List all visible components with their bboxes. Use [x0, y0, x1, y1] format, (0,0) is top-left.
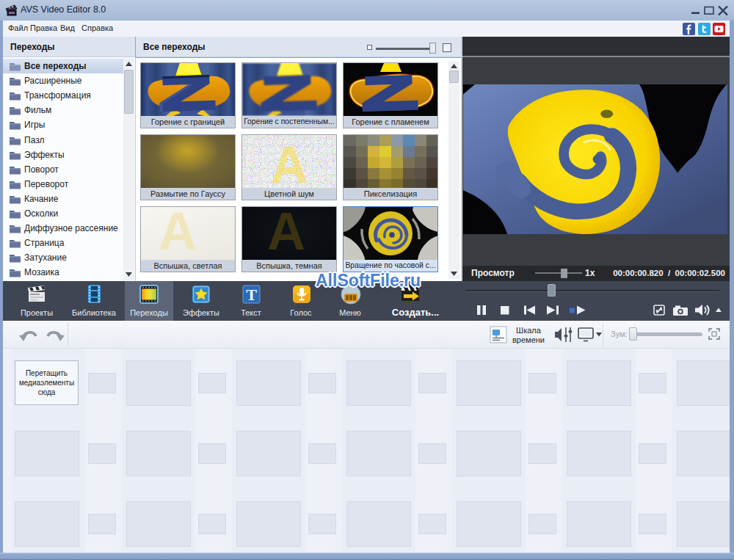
svg-text:T: T — [246, 286, 257, 304]
